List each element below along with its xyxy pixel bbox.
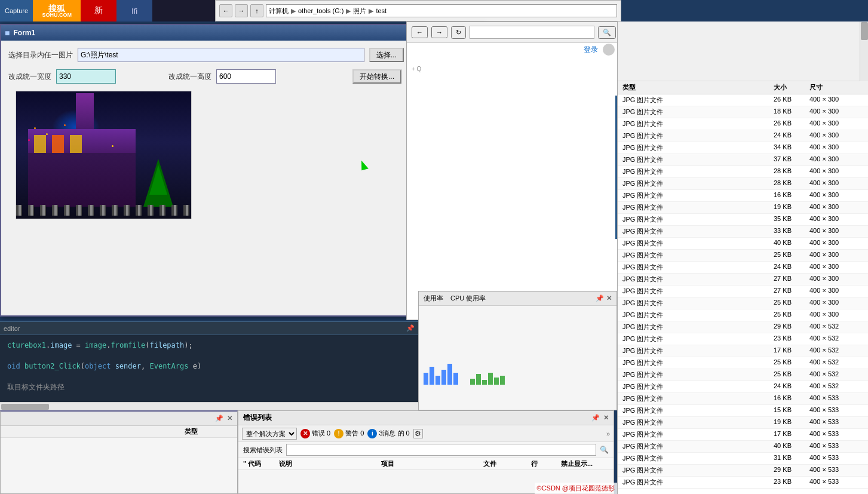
warning-badge: ! 警告 0 <box>334 429 364 438</box>
height-input[interactable] <box>216 69 276 84</box>
forward-button[interactable]: → <box>235 4 248 17</box>
resource-charts <box>419 306 617 389</box>
browser-search[interactable]: 🔍 <box>598 26 616 39</box>
col-proj: 项目 <box>381 459 483 468</box>
table-row: JPG 图片文件 26 KB 400 × 300 <box>618 118 868 130</box>
col-dim: 尺寸 <box>809 83 863 92</box>
table-row: JPG 图片文件 17 KB 400 × 532 <box>618 345 868 357</box>
table-row: JPG 图片文件 23 KB 400 × 533 <box>618 477 868 489</box>
code-content: cturebox1.image = image.fromfile(filepat… <box>0 335 418 398</box>
table-row: JPG 图片文件 28 KB 400 × 300 <box>618 166 868 178</box>
col-suppress: 禁止显示... <box>561 459 609 468</box>
error-panel-title: 错误列表 <box>243 413 272 423</box>
error-icon: ✕ <box>300 429 310 438</box>
back-button[interactable]: ← <box>219 4 232 17</box>
table-row: JPG 图片文件 25 KB 400 × 300 <box>618 250 868 262</box>
select-path-row: 选择目录内任一图片 选择... 带子目录 <box>8 48 476 62</box>
xmas-tree <box>143 159 173 207</box>
file-table-header: 类型 大小 尺寸 <box>618 81 868 94</box>
table-row: JPG 图片文件 40 KB 400 × 300 <box>618 238 868 250</box>
browser-forward[interactable]: → <box>431 26 447 38</box>
error-pin[interactable]: 📌 <box>591 414 600 422</box>
hscroll-thumb[interactable] <box>1 404 49 410</box>
taskbar-capture[interactable]: Capture <box>0 0 33 22</box>
csdn-watermark: ©CSDN @项目花园范德彰 <box>535 483 618 494</box>
size-row: 改成统一宽度 改成统一高度 开始转换... <box>8 69 476 84</box>
col-type: 类型 <box>622 83 774 92</box>
error-table-header: " 代码 说明 项目 文件 行 禁止显示... <box>238 458 614 470</box>
resource-panel: 使用率 CPU 使用率 📌 ✕ <box>418 291 617 410</box>
info-badge: i 3消息 的 0 <box>367 429 409 438</box>
code-line-1: cturebox1.image = image.fromfile(filepat… <box>7 340 411 351</box>
mini-panel: 📌 ✕ 类型 <box>0 410 238 494</box>
info-count-label: 3消息 的 0 <box>379 429 409 438</box>
table-row: JPG 图片文件 35 KB 400 × 300 <box>618 214 868 226</box>
up-button[interactable]: ↑ <box>250 4 263 17</box>
taskbar-sohu[interactable]: 搜狐 SOHU.COM <box>33 0 81 22</box>
mem-chart <box>424 337 458 385</box>
browser-url-input[interactable] <box>470 26 594 39</box>
code-line-5: 取目标文件夹路径 <box>7 382 411 393</box>
col-file: 文件 <box>483 459 531 468</box>
select-button[interactable]: 选择... <box>369 48 404 62</box>
mini-close[interactable]: ✕ <box>227 415 232 422</box>
image-preview <box>16 91 192 219</box>
toolbar-more[interactable]: » <box>606 430 610 437</box>
error-search-input[interactable] <box>286 444 596 456</box>
table-row: JPG 图片文件 23 KB 400 × 532 <box>618 333 868 345</box>
col-desc: 说明 <box>279 459 381 468</box>
col-line: 行 <box>531 459 561 468</box>
pin-button[interactable]: 📌 <box>596 294 604 302</box>
mem-label: 使用率 <box>424 294 443 303</box>
mini-col-type: 类型 <box>185 427 232 436</box>
taskbar-ifi[interactable]: Ifi <box>116 0 152 22</box>
form1-icon: ■ <box>5 28 10 38</box>
start-button[interactable]: 开始转换... <box>352 69 401 84</box>
address-bar: ← → ↑ 计算机 ▶ other_tools (G:) ▶ 照片 ▶ test <box>215 0 621 22</box>
mini-panel-header: 📌 ✕ <box>1 412 237 426</box>
horizontal-scrollbar[interactable] <box>0 402 418 410</box>
error-panel: 错误列表 📌 ✕ 整个解决方案 ✕ 错误 0 ! 警告 0 i 3消息 的 0 … <box>238 410 614 494</box>
table-row: JPG 图片文件 34 KB 400 × 300 <box>618 142 868 154</box>
mini-table-header: 类型 <box>1 426 237 438</box>
table-row: JPG 图片文件 25 KB 400 × 532 <box>618 357 868 369</box>
table-row: JPG 图片文件 25 KB 400 × 532 <box>618 369 868 381</box>
path-input[interactable] <box>78 48 364 62</box>
select-label: 选择目录内任一图片 <box>8 50 73 60</box>
cpu-label: CPU 使用率 <box>450 294 486 303</box>
browser-toolbar: ← → ↻ 🔍 <box>407 22 621 43</box>
settings-button[interactable]: ⚙ <box>413 429 423 438</box>
table-row: JPG 图片文件 28 KB 400 × 300 <box>618 178 868 190</box>
error-panel-header: 错误列表 📌 ✕ <box>238 411 614 425</box>
taskbar: Capture 搜狐 SOHU.COM 新 Ifi <box>0 0 239 22</box>
error-close[interactable]: ✕ <box>603 414 609 422</box>
table-row: JPG 图片文件 16 KB 400 × 300 <box>618 190 868 202</box>
code-line-3: oid button2_Click(object sender, EventAr… <box>7 361 411 372</box>
table-row: JPG 图片文件 40 KB 400 × 533 <box>618 441 868 453</box>
height-label: 改成统一高度 <box>168 72 211 82</box>
browser-refresh[interactable]: ↻ <box>451 26 466 39</box>
width-input[interactable] <box>56 69 116 84</box>
solution-select[interactable]: 整个解决方案 <box>242 428 297 440</box>
table-row: JPG 图片文件 24 KB 400 × 300 <box>618 130 868 142</box>
building-main <box>28 129 136 207</box>
taskbar-xin[interactable]: 新 <box>81 0 116 22</box>
table-row: JPG 图片文件 29 KB 400 × 533 <box>618 465 868 477</box>
mini-pin[interactable]: 📌 <box>215 415 223 422</box>
table-row: JPG 图片文件 19 KB 400 × 533 <box>618 417 868 429</box>
search-label: 搜索错误列表 <box>243 446 283 455</box>
col-size: 大小 <box>774 83 809 92</box>
table-row: JPG 图片文件 15 KB 400 × 533 <box>618 405 868 417</box>
error-count-label: 错误 0 <box>312 429 330 438</box>
login-label[interactable]: 登录 <box>584 45 598 55</box>
panel-close[interactable]: ✕ <box>606 294 612 302</box>
warning-count-label: 警告 0 <box>345 429 364 438</box>
image-canvas <box>16 91 191 219</box>
editor-pin[interactable]: 📌 <box>406 324 415 332</box>
table-row: JPG 图片文件 26 KB 400 × 300 <box>618 94 868 106</box>
error-search-row: 搜索错误列表 🔍 <box>238 442 614 458</box>
table-row: JPG 图片文件 24 KB 400 × 532 <box>618 381 868 393</box>
width-label: 改成统一宽度 <box>8 72 51 82</box>
browser-back[interactable]: ← <box>412 26 428 38</box>
address-path[interactable]: 计算机 ▶ other_tools (G:) ▶ 照片 ▶ test <box>266 4 617 17</box>
